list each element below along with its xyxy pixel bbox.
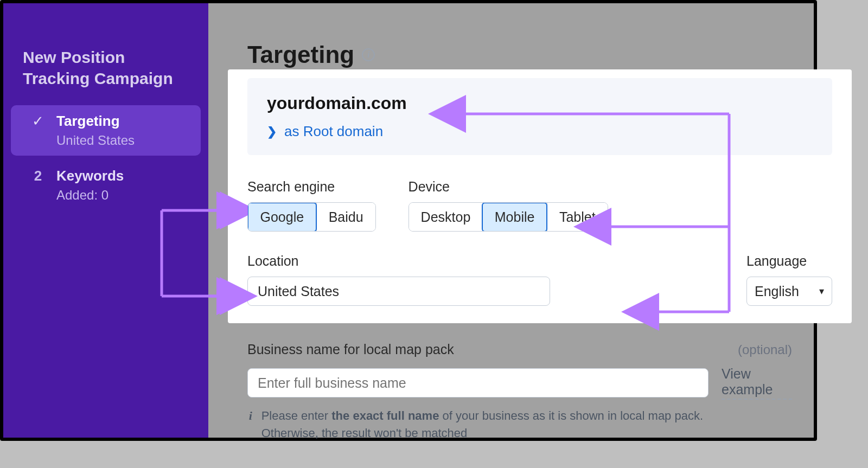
- chevron-right-icon: ❯: [267, 125, 277, 139]
- location-label: Location: [247, 253, 725, 269]
- view-example-link[interactable]: View example: [722, 366, 792, 400]
- main-panel: Targeting i yourdomain.com ❯ as Root dom…: [208, 3, 814, 438]
- page-title: Targeting i: [247, 41, 375, 68]
- search-engine-option-baidu[interactable]: Baidu: [316, 203, 375, 231]
- engine-device-row: Search engine Google Baidu Device Deskto…: [247, 179, 832, 232]
- check-icon: ✓: [30, 113, 46, 130]
- device-option-mobile[interactable]: Mobile: [482, 202, 548, 232]
- wizard-step-label: Keywords: [56, 168, 190, 184]
- wizard-step-number: 2: [30, 168, 46, 184]
- search-engine-group: Search engine Google Baidu: [247, 179, 376, 232]
- business-label: Business name for local map pack: [247, 342, 454, 357]
- hint-pre: Please enter: [261, 409, 332, 422]
- domain-panel: yourdomain.com ❯ as Root domain: [247, 78, 832, 155]
- app-inner: New Position Tracking Campaign ✓ Targeti…: [3, 3, 814, 438]
- hint-bold: the exact full name: [331, 409, 439, 422]
- location-input[interactable]: [247, 277, 550, 306]
- device-option-desktop[interactable]: Desktop: [409, 203, 483, 231]
- device-segmented: Desktop Mobile Tablet: [409, 202, 608, 232]
- wizard-step-sub: Added: 0: [56, 188, 190, 203]
- wizard-sidebar: New Position Tracking Campaign ✓ Targeti…: [3, 3, 208, 438]
- app-frame: New Position Tracking Campaign ✓ Targeti…: [0, 0, 817, 441]
- wizard-step-sub: United States: [56, 133, 190, 148]
- language-select[interactable]: English ▾: [746, 277, 832, 306]
- language-group: Language English ▾: [746, 253, 832, 306]
- domain-type-label: as Root domain: [284, 123, 383, 140]
- business-section: Business name for local map pack (option…: [247, 342, 792, 442]
- domain-type-toggle[interactable]: ❯ as Root domain: [267, 123, 813, 140]
- domain-name: yourdomain.com: [267, 93, 813, 113]
- info-italic-icon: i: [247, 407, 254, 442]
- chevron-down-icon: ▾: [819, 285, 824, 297]
- business-hint: i Please enter the exact full name of yo…: [247, 407, 736, 442]
- search-engine-segmented: Google Baidu: [247, 202, 376, 232]
- language-value: English: [755, 284, 799, 299]
- business-name-input[interactable]: [247, 368, 709, 398]
- info-icon[interactable]: i: [362, 48, 375, 61]
- search-engine-option-google[interactable]: Google: [247, 202, 317, 232]
- device-option-tablet[interactable]: Tablet: [547, 203, 608, 231]
- optional-label: (optional): [738, 342, 792, 357]
- wizard-step-keywords[interactable]: 2 Keywords Added: 0: [11, 160, 201, 210]
- wizard-step-label: Targeting: [56, 113, 190, 130]
- language-label: Language: [746, 253, 832, 269]
- wizard-step-targeting[interactable]: ✓ Targeting United States: [11, 105, 201, 156]
- device-group: Device Desktop Mobile Tablet: [409, 179, 608, 232]
- location-language-row: Location Language English ▾: [247, 253, 832, 306]
- device-label: Device: [409, 179, 608, 195]
- targeting-card: yourdomain.com ❯ as Root domain Search e…: [228, 69, 852, 323]
- sidebar-title: New Position Tracking Campaign: [3, 25, 208, 105]
- location-group: Location: [247, 253, 725, 306]
- page-title-text: Targeting: [247, 41, 354, 68]
- search-engine-label: Search engine: [247, 179, 376, 195]
